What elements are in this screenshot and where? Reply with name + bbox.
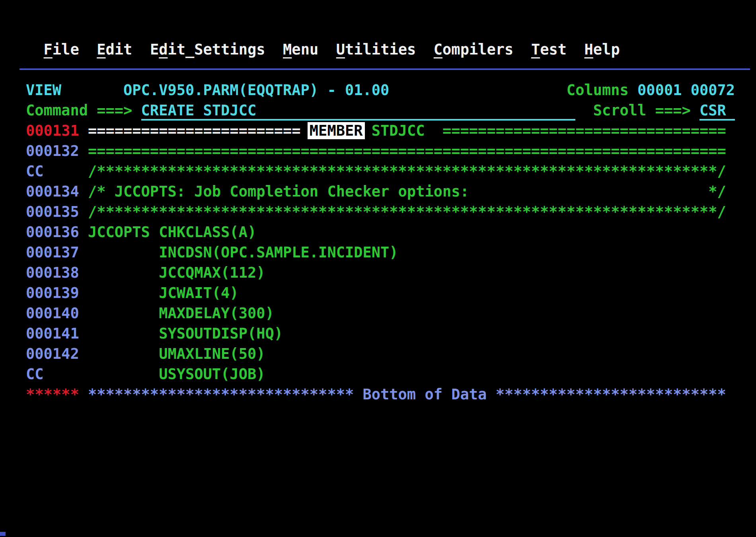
menu-item-menu[interactable]: Menu bbox=[283, 41, 318, 58]
spacer-row bbox=[26, 60, 735, 80]
line-text[interactable]: STDJCC bbox=[372, 122, 425, 139]
scroll-label: Scroll ===> bbox=[593, 102, 699, 119]
line-text[interactable]: USYSOUT(JOB) bbox=[88, 366, 265, 383]
editor-line: 000141 SYSOUTDISP(HQ) bbox=[26, 323, 735, 344]
spacer bbox=[79, 366, 88, 383]
line-text[interactable]: UMAXLINE(50) bbox=[88, 345, 265, 362]
line-text[interactable]: /* JCCOPTS: Job Completion Checker optio… bbox=[88, 183, 469, 200]
title-row: VIEW OPC.V950.PARM(EQQTRAP) - 01.00 Colu… bbox=[26, 80, 735, 100]
editor-line: 000140 MAXDELAY(300) bbox=[26, 303, 735, 323]
line-text[interactable] bbox=[469, 183, 708, 200]
scroll-input[interactable]: CSR bbox=[699, 102, 735, 121]
dataset-title: OPC.V950.PARM(EQQTRAP) - 01.00 bbox=[123, 82, 389, 99]
line-number-field[interactable]: ****** bbox=[26, 386, 79, 403]
menu-item-utilities[interactable]: Utilities bbox=[336, 41, 416, 58]
line-text[interactable]: /***************************************… bbox=[88, 203, 726, 220]
menu-mnemonic: U bbox=[336, 41, 345, 58]
spacer bbox=[61, 82, 123, 99]
spacer bbox=[79, 183, 88, 200]
oia-indicator bbox=[0, 532, 6, 536]
spacer bbox=[79, 244, 88, 261]
line-text[interactable]: ======================== bbox=[88, 122, 301, 139]
line-text[interactable]: INCDSN(OPC.SAMPLE.INCIDENT) bbox=[88, 244, 398, 261]
line-number-field[interactable]: 000137 bbox=[26, 244, 79, 261]
line-number-field[interactable]: 000141 bbox=[26, 325, 79, 342]
menu-mnemonic: d bbox=[159, 41, 168, 58]
highlighted-word[interactable]: MEMBER bbox=[308, 122, 365, 139]
line-number-field[interactable]: 000142 bbox=[26, 345, 79, 362]
spacer bbox=[567, 41, 585, 58]
line-number-field[interactable]: 000140 bbox=[26, 305, 79, 322]
menu-mnemonic: T bbox=[531, 41, 540, 58]
line-text[interactable]: /***************************************… bbox=[88, 163, 726, 180]
spacer bbox=[79, 264, 88, 281]
columns-label: Columns bbox=[567, 82, 637, 99]
spacer bbox=[79, 41, 97, 58]
editor-line: ****** ****************************** Bo… bbox=[26, 384, 735, 405]
menu-bar: File Edit Edit_Settings Menu Utilities C… bbox=[26, 39, 735, 60]
menu-item-edit[interactable]: Edit bbox=[97, 41, 132, 58]
line-number-field[interactable]: CC bbox=[26, 163, 79, 180]
spacer bbox=[318, 41, 336, 58]
spacer bbox=[79, 142, 88, 160]
line-text[interactable] bbox=[425, 122, 442, 139]
command-input[interactable]: CREATE STDJCC bbox=[141, 102, 576, 121]
line-text[interactable]: */ bbox=[708, 183, 726, 200]
editor-line: 000137 INCDSN(OPC.SAMPLE.INCIDENT) bbox=[26, 242, 735, 263]
menu-item-test[interactable]: Test bbox=[531, 41, 567, 58]
line-text[interactable]: JCWAIT(4) bbox=[88, 284, 239, 302]
line-number-field[interactable]: 000134 bbox=[26, 183, 79, 200]
mode-indicator: VIEW bbox=[26, 82, 61, 99]
line-number-field[interactable]: 000132 bbox=[26, 142, 79, 160]
line-text[interactable]: ================================ bbox=[442, 122, 726, 139]
line-text[interactable]: JCCQMAX(112) bbox=[88, 264, 265, 281]
spacer bbox=[79, 163, 88, 180]
editor-line: 000136 JCCOPTS CHKCLASS(A) bbox=[26, 222, 735, 242]
editor-line: 000142 UMAXLINE(50) bbox=[26, 344, 735, 364]
line-text[interactable]: JCCOPTS CHKCLASS(A) bbox=[88, 224, 256, 241]
menu-mnemonic: H bbox=[585, 41, 593, 58]
line-text[interactable]: ========================================… bbox=[88, 142, 726, 160]
line-text[interactable]: ****************************** bbox=[88, 386, 354, 403]
command-row: Command ===> CREATE STDJCC Scroll ===> C… bbox=[26, 100, 735, 121]
menu-mnemonic: F bbox=[44, 41, 53, 58]
line-number-field[interactable]: 000131 bbox=[26, 122, 79, 139]
line-text[interactable]: MAXDELAY(300) bbox=[88, 305, 274, 322]
line-number-field[interactable]: 000138 bbox=[26, 264, 79, 281]
editor-line: 000135 /********************************… bbox=[26, 202, 735, 222]
line-number-field[interactable]: 000136 bbox=[26, 224, 79, 241]
menu-item-help[interactable]: Help bbox=[585, 41, 620, 58]
spacer bbox=[79, 122, 88, 139]
line-text[interactable]: Bottom of Data bbox=[354, 386, 495, 403]
spacer bbox=[79, 224, 88, 241]
line-number-field[interactable]: 000135 bbox=[26, 203, 79, 220]
spacer bbox=[132, 41, 150, 58]
terminal-screen: File Edit Edit_Settings Menu Utilities C… bbox=[0, 0, 756, 537]
editor-line: 000138 JCCQMAX(112) bbox=[26, 263, 735, 283]
menu-mnemonic: M bbox=[283, 41, 292, 58]
spacer bbox=[79, 345, 88, 362]
editor-line: CC USYSOUT(JOB) bbox=[26, 364, 735, 384]
columns-value: 00001 00072 bbox=[637, 82, 735, 99]
editor-line: 000134 /* JCCOPTS: Job Completion Checke… bbox=[26, 181, 735, 202]
spacer bbox=[265, 41, 283, 58]
line-text[interactable]: ************************** bbox=[496, 386, 726, 403]
line-text[interactable] bbox=[363, 122, 372, 139]
menu-item-file[interactable]: File bbox=[44, 41, 79, 58]
spacer bbox=[513, 41, 531, 58]
spacer bbox=[79, 386, 88, 403]
editor-line: 000131 ======================== MEMBER S… bbox=[26, 121, 735, 141]
menu-item-edit-settings[interactable]: Edit_Settings bbox=[150, 41, 265, 58]
menu-item-compilers[interactable]: Compilers bbox=[434, 41, 514, 58]
command-label: Command ===> bbox=[26, 102, 141, 119]
terminal-rows: File Edit Edit_Settings Menu Utilities C… bbox=[26, 39, 735, 405]
line-number-field[interactable]: 000139 bbox=[26, 284, 79, 302]
menu-mnemonic: E bbox=[97, 41, 105, 58]
line-number-field[interactable]: CC bbox=[26, 366, 79, 383]
spacer bbox=[26, 41, 44, 58]
spacer bbox=[575, 102, 593, 119]
spacer bbox=[79, 284, 88, 302]
spacer bbox=[79, 305, 88, 322]
editor-line: 000132 =================================… bbox=[26, 141, 735, 161]
line-text[interactable]: SYSOUTDISP(HQ) bbox=[88, 325, 283, 342]
